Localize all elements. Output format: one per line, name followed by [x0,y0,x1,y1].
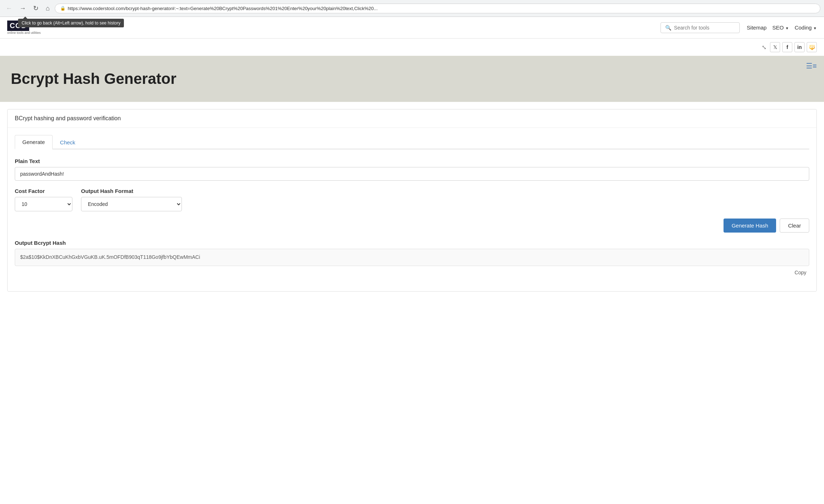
copy-btn-row: Copy [15,268,809,277]
tab-generate[interactable]: Generate [15,135,53,149]
tool-card-header: BCrypt hashing and password verification [8,109,816,128]
reddit-icon[interactable]: 🔱 [807,42,817,52]
output-format-group: Output Hash Format Encoded Raw [81,188,182,211]
linkedin-icon[interactable]: in [794,42,805,52]
clear-button[interactable]: Clear [780,219,809,233]
twitter-icon[interactable]: 𝕏 [770,42,780,52]
output-label: Output Bcrypt Hash [15,240,809,246]
cost-factor-select[interactable]: 10 8 12 14 [15,197,72,211]
cost-factor-label: Cost Factor [15,188,72,194]
address-bar[interactable]: 🔒 https://www.coderstool.com/bcrypt-hash… [55,4,820,13]
facebook-icon[interactable]: f [782,42,792,52]
page-title: Bcrypt Hash Generator [11,70,813,87]
search-input[interactable] [674,25,735,31]
output-group: Output Bcrypt Hash $2a$10$KkDnXBCuKhGxbV… [15,240,809,277]
logo-subtitle: online tools and utilities [7,31,41,35]
output-format-select[interactable]: Encoded Raw [81,197,182,211]
main-content: BCrypt hashing and password verification… [0,102,824,299]
plain-text-label: Plain Text [15,158,809,164]
browser-chrome: ← → ↻ ⌂ 🔒 https://www.coderstool.com/bcr… [0,0,824,17]
options-row: Cost Factor 10 8 12 14 Output Hash Forma… [15,188,809,211]
coding-dropdown-arrow: ▼ [813,26,817,30]
seo-dropdown-arrow: ▼ [785,26,789,30]
back-button[interactable]: ← [4,3,14,14]
output-value: $2a$10$KkDnXBCuKhGxbVGuKB.uK.5mOFDfB903q… [20,254,200,260]
home-button[interactable]: ⌂ [44,3,52,14]
social-bar: ⤡ 𝕏 f in 🔱 [0,39,824,56]
lock-icon: 🔒 [60,6,66,11]
filter-icon[interactable]: ☰≡ [806,62,817,70]
nav-coding[interactable]: Coding ▼ [794,24,817,31]
search-icon: 🔍 [665,25,671,31]
tool-card-body: Generate Check Plain Text Cost Factor 10… [8,128,816,291]
generate-hash-button[interactable]: Generate Hash [724,219,776,233]
copy-button[interactable]: Copy [792,268,809,277]
tab-check[interactable]: Check [53,135,83,149]
cost-factor-group: Cost Factor 10 8 12 14 [15,188,72,211]
hero-banner: Bcrypt Hash Generator ☰≡ [0,56,824,102]
search-box[interactable]: 🔍 [660,22,740,33]
forward-button[interactable]: → [17,3,28,14]
nav-seo[interactable]: SEO ▼ [772,24,789,31]
plain-text-group: Plain Text [15,158,809,181]
reload-button[interactable]: ↻ [31,3,41,14]
tool-card: BCrypt hashing and password verification… [7,109,817,292]
nav-sitemap[interactable]: Sitemap [747,24,767,31]
header-nav: Sitemap SEO ▼ Coding ▼ [747,24,817,31]
output-format-label: Output Hash Format [81,188,182,194]
back-tooltip: Click to go back (Alt+Left arrow), hold … [18,19,124,27]
output-box: $2a$10$KkDnXBCuKhGxbVGuKB.uK.5mOFDfB903q… [15,249,809,266]
url-text: https://www.coderstool.com/bcrypt-hash-g… [68,6,378,11]
share-icon[interactable]: ⤡ [762,44,766,51]
plain-text-input[interactable] [15,167,809,181]
tabs: Generate Check [15,135,809,149]
action-buttons: Generate Hash Clear [15,219,809,233]
